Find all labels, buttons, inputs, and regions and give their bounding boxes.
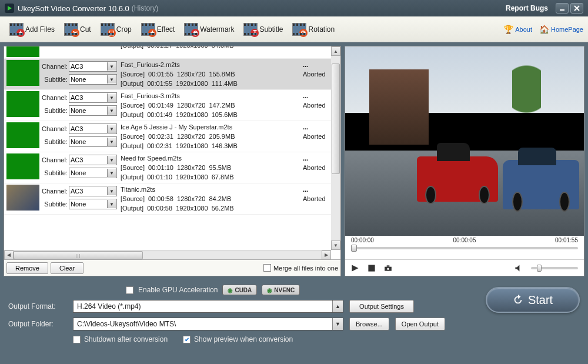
source-info: [Source] 00:01:49 1280x720 147.2MB — [121, 101, 303, 110]
scroll-up-icon[interactable]: ▲ — [331, 46, 340, 56]
output-settings-button[interactable]: Output Settings — [349, 300, 414, 313]
chevron-down-icon[interactable]: ▼ — [107, 200, 116, 208]
start-button[interactable]: Start — [486, 287, 580, 313]
file-name: Fast_Furious-3.m2ts — [121, 91, 303, 101]
chevron-down-icon[interactable]: ▼ — [107, 93, 116, 102]
time-mid: 00:00:05 — [453, 237, 476, 243]
vertical-scrollbar[interactable]: ▲ ▼ — [331, 46, 340, 250]
chevron-down-icon[interactable]: ▼ — [107, 75, 116, 84]
file-row[interactable]: Channel:AC3▼Subtitle:None▼Fast_Furious-2… — [4, 59, 340, 90]
scroll-thumb[interactable] — [14, 251, 143, 259]
svg-marker-4 — [352, 265, 358, 271]
channel-select[interactable]: AC3▼ — [69, 61, 117, 72]
source-info: [Source] 00:02:31 1280x720 205.9MB — [121, 132, 303, 141]
homepage-link[interactable]: 🏠HomePage — [539, 25, 583, 34]
chevron-down-icon[interactable]: ▼ — [107, 125, 116, 133]
minimize-button[interactable] — [556, 3, 569, 14]
seek-knob[interactable] — [351, 245, 357, 252]
watermark-button[interactable]: ◉Watermark — [179, 21, 239, 38]
merge-label: Merge all files into one — [273, 265, 338, 272]
scissors-icon: ✂ — [71, 29, 79, 37]
subtitle-select[interactable]: None▼ — [69, 199, 117, 209]
subtitle-select[interactable]: None▼ — [69, 105, 117, 116]
close-button[interactable] — [570, 3, 583, 14]
stop-icon[interactable] — [368, 264, 376, 272]
scroll-thumb[interactable] — [332, 64, 340, 174]
nvidia-icon: ◉ — [228, 287, 233, 293]
video-thumbnail — [6, 60, 39, 86]
channel-select[interactable]: AC3▼ — [69, 92, 117, 103]
preview-checkbox[interactable]: ✔ — [183, 336, 191, 343]
report-bugs-link[interactable]: Report Bugs — [506, 4, 548, 12]
file-row[interactable]: Channel:AC3▼Subtitle:None▼Titanic.m2ts[S… — [4, 183, 340, 215]
plus-icon: + — [16, 29, 25, 37]
add-files-button[interactable]: +Add Files — [5, 21, 59, 38]
home-icon: 🏠 — [539, 25, 549, 34]
file-list-panel: Subtitle:None▼[Source] 00:01:27 1280x720… — [4, 46, 341, 276]
file-name: Ice Age 5 Jessie J - My Superstar.m2ts — [121, 122, 303, 132]
shutdown-checkbox[interactable] — [73, 336, 81, 343]
video-thumbnail — [6, 122, 39, 148]
file-row[interactable]: Channel:AC3▼Subtitle:None▼Ice Age 5 Jess… — [4, 121, 340, 152]
subtitle-select[interactable]: None▼ — [69, 168, 117, 178]
browse-button[interactable]: Browse... — [349, 318, 389, 330]
file-name: Titanic.m2ts — [121, 185, 303, 194]
scroll-right-icon[interactable]: ▶ — [322, 251, 331, 260]
gpu-checkbox[interactable] — [126, 286, 133, 294]
chevron-down-icon[interactable]: ▼ — [107, 169, 116, 177]
output-format-select[interactable]: H.264 Video (*.mp4)▲ — [73, 300, 343, 313]
app-title: UkeySoft Video Converter 10.6.0 — [18, 4, 129, 13]
output-info: [Output] 00:00:58 1920x1080 56.2MB — [121, 203, 303, 213]
volume-icon[interactable] — [514, 264, 523, 272]
open-output-button[interactable]: Open Output — [395, 318, 445, 330]
history-link[interactable]: (History) — [132, 4, 158, 12]
preview-label: Show preview when conversion — [194, 335, 293, 343]
video-thumbnail — [6, 153, 39, 179]
file-row[interactable]: Channel:AC3▼Subtitle:None▼Fast_Furious-3… — [4, 90, 340, 121]
chevron-up-icon[interactable]: ▲ — [332, 300, 343, 312]
channel-select[interactable]: AC3▼ — [69, 186, 117, 196]
subtitle-select[interactable]: None▼ — [69, 136, 117, 147]
volume-knob[interactable] — [537, 265, 542, 272]
volume-slider[interactable] — [531, 267, 578, 269]
nvenc-badge: ◉NVENC — [262, 285, 300, 295]
play-icon[interactable] — [351, 264, 359, 272]
cut-button[interactable]: ✂Cut — [59, 21, 96, 38]
crop-button[interactable]: ⬚Crop — [96, 21, 136, 38]
chevron-down-icon[interactable]: ▼ — [332, 318, 343, 330]
channel-label: Channel: — [41, 63, 68, 70]
channel-select[interactable]: AC3▼ — [69, 123, 117, 134]
rotation-button[interactable]: ⟳Rotation — [288, 21, 339, 38]
film-icon: ⬚ — [101, 23, 115, 36]
horizontal-scrollbar[interactable]: ◀ ▶ — [4, 250, 331, 259]
scroll-down-icon[interactable]: ▼ — [331, 241, 340, 250]
clear-button[interactable]: Clear — [51, 262, 83, 274]
channel-label: Channel: — [41, 94, 68, 101]
chevron-down-icon[interactable]: ▼ — [107, 138, 116, 146]
file-row[interactable]: Subtitle:None▼[Source] 00:01:27 1280x720… — [4, 46, 340, 59]
chevron-down-icon[interactable]: ▼ — [107, 156, 116, 164]
merge-checkbox[interactable] — [263, 264, 271, 272]
effect-button[interactable]: ✦Effect — [136, 21, 179, 38]
chevron-down-icon[interactable]: ▼ — [107, 106, 116, 115]
channel-select[interactable]: AC3▼ — [69, 155, 117, 165]
preview-panel: 00:00:00 00:00:05 00:01:55 — [345, 46, 584, 276]
chevron-down-icon[interactable]: ▼ — [107, 187, 116, 195]
svg-marker-0 — [8, 6, 12, 11]
about-link[interactable]: 🏆About — [503, 25, 532, 34]
seek-slider[interactable] — [351, 247, 578, 249]
subtitle-label: Subtitle: — [41, 138, 68, 145]
crop-icon: ⬚ — [108, 29, 116, 37]
film-icon: ◉ — [184, 23, 198, 36]
subtitle-button[interactable]: TSubtitle — [239, 21, 288, 38]
remove-button[interactable]: Remove — [6, 262, 48, 274]
snapshot-icon[interactable] — [384, 264, 392, 272]
subtitle-select[interactable]: None▼ — [69, 74, 117, 85]
scroll-left-icon[interactable]: ◀ — [4, 251, 14, 260]
video-preview[interactable] — [345, 46, 584, 236]
film-icon: T — [243, 23, 258, 36]
file-row[interactable]: Channel:AC3▼Subtitle:None▼Need for Speed… — [4, 152, 340, 183]
chevron-down-icon[interactable]: ▼ — [107, 62, 116, 71]
list-footer: Remove Clear Merge all files into one — [4, 259, 340, 276]
output-folder-input[interactable]: C:\Videos-Ukeysoft\Video MTS\▼ — [73, 318, 343, 330]
